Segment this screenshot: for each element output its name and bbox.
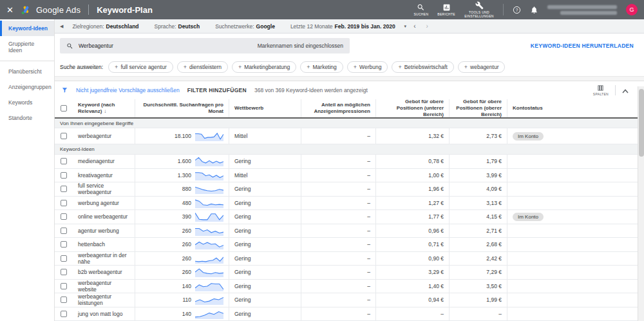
row-checkbox[interactable]	[61, 172, 67, 179]
tools-nav-label: TOOLS UND EINSTELLUNGEN	[464, 10, 494, 18]
competition-cell: Gering	[229, 155, 301, 168]
wrench-icon	[475, 1, 484, 10]
col-header-competition[interactable]: Wettbewerb	[229, 99, 301, 117]
bid-high-cell: 4,15 €	[450, 210, 507, 224]
bid-low-cell: 0,90 €	[376, 252, 450, 266]
col-header-searches[interactable]: Durchschnittl. Suchanfragen pro Monat	[135, 99, 229, 117]
expand-chip[interactable]: +dienstleistern	[177, 61, 228, 73]
expand-search-row: Suche ausweiten: +full service agentur+d…	[55, 58, 644, 76]
reports-nav-button[interactable]: BERICHTE	[437, 3, 455, 16]
tools-nav-button[interactable]: TOOLS UND EINSTELLUNGEN	[464, 1, 494, 18]
search-icon	[66, 43, 73, 50]
vertical-scrollbar[interactable]	[638, 86, 644, 321]
trend-sparkline	[195, 281, 223, 291]
plus-icon: +	[354, 64, 357, 70]
checkbox-cell	[55, 228, 73, 234]
collapse-settings-icon[interactable]: ◀	[60, 24, 63, 29]
exclude-adult-suggestions-link[interactable]: Nicht jugendfreie Vorschläge ausschließe…	[76, 87, 180, 93]
chevron-down-icon[interactable]: ▾	[404, 24, 407, 29]
row-checkbox[interactable]	[61, 213, 67, 220]
avatar[interactable]: G	[626, 4, 638, 15]
language-setting[interactable]: Sprache: Deutsch	[155, 23, 200, 30]
search-volume: 1.600	[140, 158, 195, 164]
col-header-bid-low[interactable]: Gebot für obere Positionen (unterer Bere…	[376, 99, 450, 117]
expand-chip[interactable]: +webagentur	[458, 61, 506, 73]
select-all-checkbox[interactable]	[61, 105, 67, 112]
date-range-setting[interactable]: Letzte 12 Monate Feb. 2019 bis Jan. 2020	[290, 23, 395, 30]
search-nav-label: SUCHEN	[413, 12, 428, 16]
help-icon[interactable]: ?	[513, 6, 521, 14]
target-regions-setting[interactable]: Zielregionen: Deutschland	[72, 23, 138, 30]
keyword-search-box[interactable]: Markennamen sind eingeschlossen	[60, 38, 350, 54]
add-filter-button[interactable]: FILTER HINZUFÜGEN	[187, 87, 247, 93]
setting-label: Sprache:	[155, 23, 176, 30]
col-header-impression-share[interactable]: Anteil an möglichen Anzeigenimpressionen	[301, 99, 376, 117]
row-checkbox[interactable]	[61, 255, 67, 262]
keyword-cell: b2b werbeagentur	[73, 266, 135, 279]
search-networks-setting[interactable]: Suchnetzwerke: Google	[215, 23, 275, 30]
row-checkbox[interactable]	[61, 158, 67, 164]
row-checkbox[interactable]	[61, 200, 67, 206]
row-checkbox[interactable]	[61, 228, 67, 234]
searches-cell: 140	[135, 307, 229, 321]
impression-share-cell: –	[301, 280, 376, 293]
keyword-cell: werbeagentur website	[73, 280, 135, 293]
keyword-cell: werbeagentur leistungen	[73, 293, 135, 307]
account-info-redacted[interactable]	[547, 5, 617, 15]
competition-cell: Mittel	[229, 169, 301, 182]
notifications-bell-icon[interactable]	[530, 6, 538, 14]
searches-cell: 260	[135, 224, 229, 238]
plan-settings-bar: ◀ Zielregionen: Deutschland Sprache: Deu…	[55, 19, 644, 34]
row-checkbox[interactable]	[61, 311, 67, 317]
expand-chip[interactable]: +Werbung	[347, 61, 388, 73]
search-input[interactable]	[79, 43, 252, 49]
brand-names-included-note[interactable]: Markennamen sind eingeschlossen	[258, 43, 343, 49]
next-period-button[interactable]: ›	[422, 23, 431, 30]
close-icon[interactable]: ✕	[6, 5, 19, 15]
row-checkbox[interactable]	[61, 269, 67, 275]
competition-cell: Gering	[229, 252, 301, 266]
download-keyword-ideas-button[interactable]: KEYWORD-IDEEN HERUNTERLADEN	[531, 43, 639, 49]
sidebar-item-plan-bersicht[interactable]: Planübersicht	[0, 64, 54, 79]
collapse-panel-chevron-icon[interactable]	[622, 84, 629, 96]
search-nav-button[interactable]: SUCHEN	[413, 3, 428, 16]
prev-period-button[interactable]: ‹	[410, 23, 419, 30]
expand-chip[interactable]: +Marketingberatung	[232, 61, 296, 73]
keyword-cell: werbeagentur	[73, 128, 135, 144]
columns-button[interactable]: SPALTEN	[593, 84, 609, 96]
row-checkbox[interactable]	[61, 241, 67, 248]
col-header-status[interactable]: Kontostatus	[507, 105, 644, 112]
sidebar-item-standorte[interactable]: Standorte	[0, 110, 54, 126]
sidebar-item-keyword-ideen[interactable]: Keyword-Ideen	[0, 21, 54, 36]
impression-share-cell: –	[301, 224, 376, 238]
filter-funnel-icon[interactable]	[61, 84, 68, 96]
col-header-bid-high[interactable]: Gebot für obere Positionen (oberer Berei…	[450, 99, 507, 117]
sidebar-item-keywords[interactable]: Keywords	[0, 95, 54, 110]
expand-chip[interactable]: +Marketing	[300, 61, 343, 73]
row-checkbox[interactable]	[61, 133, 67, 139]
filter-toolbar: Nicht jugendfreie Vorschläge ausschließe…	[55, 81, 644, 99]
keyword-search-section: Markennamen sind eingeschlossen KEYWORD-…	[55, 34, 644, 58]
setting-value: Feb. 2019 bis Jan. 2020	[335, 23, 395, 30]
search-volume: 140	[140, 283, 195, 289]
expand-chip[interactable]: +Betriebswirtschaft	[392, 61, 453, 73]
scrollbar-thumb[interactable]	[639, 89, 644, 157]
sidebar-item-gruppierte-ideen[interactable]: Gruppierte Ideen	[0, 36, 54, 58]
impression-share-cell: –	[301, 182, 376, 196]
chip-label: Betriebswirtschaft	[404, 64, 448, 70]
competition-cell: Gering	[229, 210, 301, 224]
competition-cell: Gering	[229, 280, 301, 293]
reports-nav-label: BERICHTE	[437, 12, 455, 16]
bid-low-cell: 1,00 €	[376, 169, 450, 182]
row-checkbox[interactable]	[61, 283, 67, 289]
checkbox-cell	[55, 186, 73, 192]
sidebar-item-anzeigengruppen[interactable]: Anzeigengruppen	[0, 79, 54, 95]
row-checkbox[interactable]	[61, 186, 67, 192]
search-volume: 480	[140, 200, 195, 206]
expand-chip[interactable]: +full service agentur	[108, 61, 173, 73]
col-header-keyword[interactable]: Keyword (nach Relevanz)↓	[73, 99, 135, 117]
table-section-header: Keyword-Ideen	[55, 144, 644, 155]
trend-sparkline	[195, 170, 223, 180]
row-checkbox[interactable]	[61, 297, 67, 303]
keyword-ideas-table: Keyword (nach Relevanz)↓ Durchschnittl. …	[55, 99, 644, 321]
